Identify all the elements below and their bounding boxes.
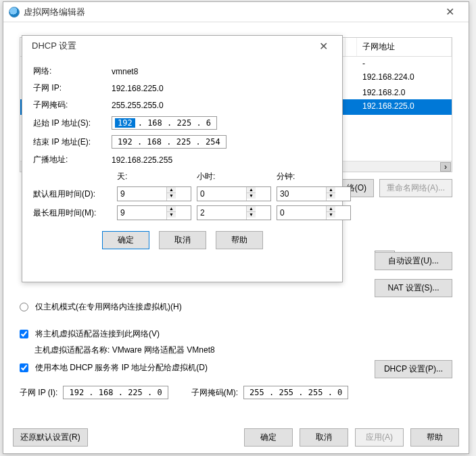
subnet-ip-input[interactable]: 192 . 168 . 225 . 0 bbox=[63, 386, 168, 399]
rename-network-button[interactable]: 重命名网络(A)... bbox=[379, 179, 452, 197]
max-hour-spinner[interactable]: ▲▼ bbox=[197, 205, 271, 220]
app-icon bbox=[9, 7, 20, 18]
max-lease-label: 最长租用时间(M): bbox=[33, 207, 112, 219]
subnet-ip-label: 子网 IP (I): bbox=[20, 387, 57, 399]
default-day-spinner[interactable]: ▲▼ bbox=[117, 186, 191, 201]
broadcast-label: 广播地址: bbox=[33, 154, 112, 166]
dhcp-dialog: DHCP 设置 ✕ 网络:vmnet8 子网 IP:192.168.225.0 … bbox=[22, 35, 343, 282]
min-header: 分钟: bbox=[277, 171, 351, 182]
max-day-spinner[interactable]: ▲▼ bbox=[117, 205, 191, 220]
spin-down-icon[interactable]: ▼ bbox=[167, 212, 176, 218]
help-button[interactable]: 帮助 bbox=[410, 428, 459, 447]
start-ip-oct1: 192 bbox=[115, 118, 135, 128]
nat-settings-button[interactable]: NAT 设置(S)... bbox=[375, 279, 452, 297]
adapter-name-label: 主机虚拟适配器名称: VMware 网络适配器 VMnet8 bbox=[20, 345, 452, 356]
hostonly-radio-row[interactable]: 仅主机模式(在专用网络内连接虚拟机)(H) bbox=[20, 299, 452, 315]
main-titlebar: 虚拟网络编辑器 ✕ bbox=[3, 2, 469, 22]
subnet-mask-input[interactable]: 255 . 255 . 255 . 0 bbox=[243, 386, 348, 399]
spin-down-icon[interactable]: ▼ bbox=[327, 193, 335, 199]
dhcp-help-button[interactable]: 帮助 bbox=[216, 231, 263, 249]
dhcp-subnet-ip-value: 192.168.225.0 bbox=[112, 84, 164, 93]
end-ip-label: 结束 IP 地址(E): bbox=[33, 136, 112, 148]
use-dhcp-row[interactable]: 使用本地 DHCP 服务将 IP 地址分配给虚拟机(D) bbox=[20, 360, 452, 376]
connect-adapter-label: 将主机虚拟适配器连接到此网络(V) bbox=[35, 328, 160, 340]
network-value: vmnet8 bbox=[112, 67, 138, 76]
dhcp-subnet-mask-value: 255.255.255.0 bbox=[112, 101, 164, 110]
day-header: 天: bbox=[117, 171, 191, 182]
hostonly-label: 仅主机模式(在专用网络内连接虚拟机)(H) bbox=[35, 301, 182, 313]
spin-up-icon[interactable]: ▲ bbox=[167, 187, 176, 193]
auto-settings-button[interactable]: 自动设置(U)... bbox=[375, 252, 452, 270]
hostonly-radio[interactable] bbox=[20, 303, 28, 311]
spin-down-icon[interactable]: ▼ bbox=[327, 212, 335, 218]
dhcp-subnet-ip-label: 子网 IP: bbox=[33, 82, 112, 94]
spin-up-icon[interactable]: ▲ bbox=[327, 206, 335, 212]
spin-down-icon[interactable]: ▼ bbox=[167, 193, 176, 199]
network-label: 网络: bbox=[33, 66, 112, 77]
apply-button[interactable]: 应用(A) bbox=[355, 428, 404, 447]
cancel-button[interactable]: 取消 bbox=[300, 428, 348, 447]
default-min-spinner[interactable]: ▲▼ bbox=[277, 186, 351, 201]
ok-button[interactable]: 确定 bbox=[244, 428, 293, 447]
window-title: 虚拟网络编辑器 bbox=[24, 6, 436, 18]
spin-down-icon[interactable]: ▼ bbox=[247, 193, 256, 199]
spin-down-icon[interactable]: ▼ bbox=[247, 212, 256, 218]
use-dhcp-checkbox[interactable] bbox=[20, 363, 28, 372]
connect-adapter-row[interactable]: 将主机虚拟适配器连接到此网络(V) bbox=[20, 326, 452, 342]
default-hour-spinner[interactable]: ▲▼ bbox=[197, 186, 271, 201]
subnet-mask-label: 子网掩码(M): bbox=[191, 387, 238, 399]
default-lease-label: 默认租用时间(D): bbox=[33, 188, 112, 200]
col-spacer bbox=[346, 38, 357, 56]
hour-header: 小时: bbox=[197, 171, 271, 182]
restore-defaults-button[interactable]: 还原默认设置(R) bbox=[13, 428, 88, 447]
end-ip-input[interactable]: 192 . 168 . 225 . 254 bbox=[112, 135, 227, 149]
dhcp-ok-button[interactable]: 确定 bbox=[102, 231, 149, 249]
spin-up-icon[interactable]: ▲ bbox=[327, 187, 335, 193]
spin-up-icon[interactable]: ▲ bbox=[247, 187, 256, 193]
dhcp-cancel-button[interactable]: 取消 bbox=[159, 231, 206, 249]
spin-up-icon[interactable]: ▲ bbox=[247, 206, 256, 212]
max-min-spinner[interactable]: ▲▼ bbox=[277, 205, 351, 220]
dhcp-close-icon[interactable]: ✕ bbox=[310, 40, 337, 53]
start-ip-label: 起始 IP 地址(S): bbox=[33, 118, 112, 129]
close-icon[interactable]: ✕ bbox=[436, 5, 463, 18]
scroll-right-icon[interactable]: › bbox=[440, 162, 451, 172]
connect-adapter-checkbox[interactable] bbox=[20, 330, 28, 338]
broadcast-value: 192.168.225.255 bbox=[112, 155, 172, 165]
start-ip-input[interactable]: 192 . 168 . 225 . 6 bbox=[112, 116, 217, 130]
col-subnet[interactable]: 子网地址 bbox=[357, 38, 452, 56]
spin-up-icon[interactable]: ▲ bbox=[167, 206, 176, 212]
dhcp-title: DHCP 设置 bbox=[28, 40, 310, 52]
dhcp-subnet-mask-label: 子网掩码: bbox=[33, 99, 112, 111]
use-dhcp-label: 使用本地 DHCP 服务将 IP 地址分配给虚拟机(D) bbox=[35, 362, 208, 374]
